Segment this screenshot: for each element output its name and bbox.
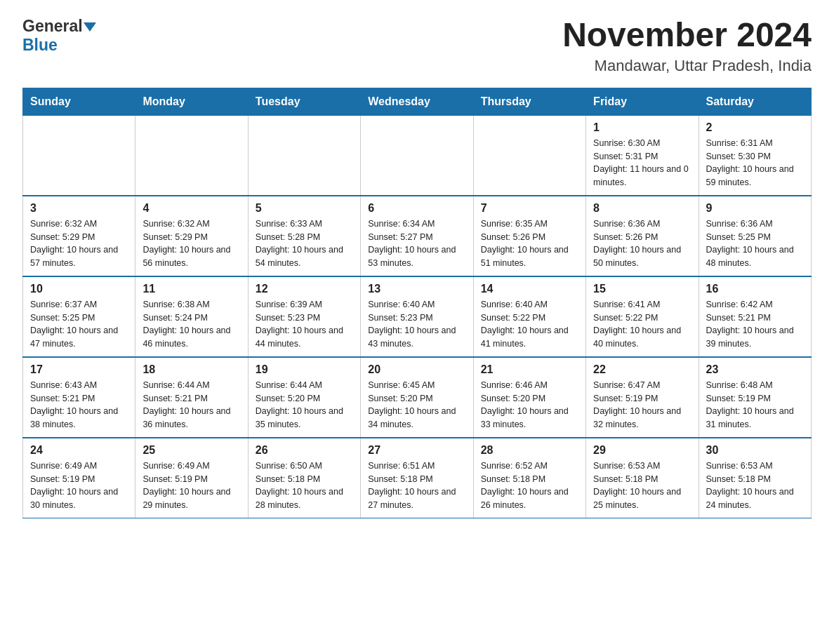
logo-blue-text: Blue [22,36,58,54]
calendar-header: Sunday Monday Tuesday Wednesday Thursday… [23,88,812,115]
day-info-24: Sunrise: 6:49 AMSunset: 5:19 PMDaylight:… [30,459,128,512]
day-number-4: 4 [143,202,240,215]
calendar-cell-w2-d4: 6Sunrise: 6:34 AMSunset: 5:27 PMDaylight… [361,196,473,276]
day-info-21: Sunrise: 6:46 AMSunset: 5:20 PMDaylight:… [481,379,578,431]
calendar-cell-w5-d3: 26Sunrise: 6:50 AMSunset: 5:18 PMDayligh… [248,438,360,518]
day-info-6: Sunrise: 6:34 AMSunset: 5:27 PMDaylight:… [368,217,465,270]
day-number-13: 13 [368,283,465,295]
header-saturday: Saturday [699,88,811,115]
day-number-2: 2 [706,121,804,134]
day-number-1: 1 [593,121,691,134]
day-info-7: Sunrise: 6:35 AMSunset: 5:26 PMDaylight:… [481,217,578,270]
day-info-2: Sunrise: 6:31 AMSunset: 5:30 PMDaylight:… [706,137,804,189]
calendar-cell-w3-d7: 16Sunrise: 6:42 AMSunset: 5:21 PMDayligh… [699,276,811,357]
day-number-10: 10 [30,283,128,295]
day-info-26: Sunrise: 6:50 AMSunset: 5:18 PMDaylight:… [256,459,353,512]
calendar-week-2: 3Sunrise: 6:32 AMSunset: 5:29 PMDaylight… [23,196,812,276]
calendar-subtitle: Mandawar, Uttar Pradesh, India [562,57,812,75]
day-info-30: Sunrise: 6:53 AMSunset: 5:18 PMDaylight:… [706,459,804,512]
page-header: General Blue November 2024 Mandawar, Utt… [22,17,812,75]
day-info-5: Sunrise: 6:33 AMSunset: 5:28 PMDaylight:… [256,217,353,270]
day-info-9: Sunrise: 6:36 AMSunset: 5:25 PMDaylight:… [706,217,804,270]
calendar-cell-w2-d2: 4Sunrise: 6:32 AMSunset: 5:29 PMDaylight… [135,196,248,276]
calendar-cell-w1-d3 [248,115,360,196]
day-info-15: Sunrise: 6:41 AMSunset: 5:22 PMDaylight:… [593,298,691,351]
calendar-cell-w5-d1: 24Sunrise: 6:49 AMSunset: 5:19 PMDayligh… [23,438,135,518]
day-number-18: 18 [143,363,240,376]
weekday-header-row: Sunday Monday Tuesday Wednesday Thursday… [23,88,812,115]
day-number-27: 27 [368,444,465,457]
calendar-cell-w4-d7: 23Sunrise: 6:48 AMSunset: 5:19 PMDayligh… [699,357,811,438]
day-number-7: 7 [481,202,578,215]
calendar-table: Sunday Monday Tuesday Wednesday Thursday… [22,88,812,518]
day-number-21: 21 [481,363,578,376]
calendar-cell-w3-d1: 10Sunrise: 6:37 AMSunset: 5:25 PMDayligh… [23,276,135,357]
day-info-11: Sunrise: 6:38 AMSunset: 5:24 PMDaylight:… [143,298,240,351]
day-info-10: Sunrise: 6:37 AMSunset: 5:25 PMDaylight:… [30,298,128,351]
day-number-15: 15 [593,283,691,295]
calendar-cell-w1-d6: 1Sunrise: 6:30 AMSunset: 5:31 PMDaylight… [586,115,699,196]
calendar-cell-w2-d3: 5Sunrise: 6:33 AMSunset: 5:28 PMDaylight… [248,196,360,276]
day-number-8: 8 [593,202,691,215]
calendar-cell-w2-d6: 8Sunrise: 6:36 AMSunset: 5:26 PMDaylight… [586,196,699,276]
day-info-1: Sunrise: 6:30 AMSunset: 5:31 PMDaylight:… [593,137,691,189]
day-number-17: 17 [30,363,128,376]
day-info-4: Sunrise: 6:32 AMSunset: 5:29 PMDaylight:… [143,217,240,270]
calendar-cell-w4-d3: 19Sunrise: 6:44 AMSunset: 5:20 PMDayligh… [248,357,360,438]
day-number-28: 28 [481,444,578,457]
day-number-5: 5 [256,202,353,215]
calendar-cell-w3-d5: 14Sunrise: 6:40 AMSunset: 5:22 PMDayligh… [473,276,585,357]
calendar-cell-w5-d6: 29Sunrise: 6:53 AMSunset: 5:18 PMDayligh… [586,438,699,518]
calendar-week-4: 17Sunrise: 6:43 AMSunset: 5:21 PMDayligh… [23,357,812,438]
day-number-24: 24 [30,444,128,457]
calendar-cell-w1-d4 [361,115,473,196]
day-number-20: 20 [368,363,465,376]
calendar-cell-w2-d1: 3Sunrise: 6:32 AMSunset: 5:29 PMDaylight… [23,196,135,276]
day-number-23: 23 [706,363,804,376]
day-number-30: 30 [706,444,804,457]
calendar-cell-w4-d4: 20Sunrise: 6:45 AMSunset: 5:20 PMDayligh… [361,357,473,438]
day-number-14: 14 [481,283,578,295]
day-info-27: Sunrise: 6:51 AMSunset: 5:18 PMDaylight:… [368,459,465,512]
header-tuesday: Tuesday [248,88,360,115]
title-block: November 2024 Mandawar, Uttar Pradesh, I… [562,17,812,75]
day-number-25: 25 [143,444,240,457]
header-wednesday: Wednesday [361,88,473,115]
day-info-19: Sunrise: 6:44 AMSunset: 5:20 PMDaylight:… [256,379,353,431]
day-number-6: 6 [368,202,465,215]
header-friday: Friday [586,88,699,115]
calendar-cell-w4-d2: 18Sunrise: 6:44 AMSunset: 5:21 PMDayligh… [135,357,248,438]
day-number-9: 9 [706,202,804,215]
day-info-23: Sunrise: 6:48 AMSunset: 5:19 PMDaylight:… [706,379,804,431]
header-sunday: Sunday [23,88,135,115]
calendar-cell-w5-d7: 30Sunrise: 6:53 AMSunset: 5:18 PMDayligh… [699,438,811,518]
day-info-12: Sunrise: 6:39 AMSunset: 5:23 PMDaylight:… [256,298,353,351]
calendar-body: 1Sunrise: 6:30 AMSunset: 5:31 PMDaylight… [23,115,812,518]
calendar-cell-w3-d6: 15Sunrise: 6:41 AMSunset: 5:22 PMDayligh… [586,276,699,357]
calendar-cell-w3-d2: 11Sunrise: 6:38 AMSunset: 5:24 PMDayligh… [135,276,248,357]
logo-general-text: General [22,17,83,36]
calendar-cell-w1-d7: 2Sunrise: 6:31 AMSunset: 5:30 PMDaylight… [699,115,811,196]
calendar-cell-w2-d7: 9Sunrise: 6:36 AMSunset: 5:25 PMDaylight… [699,196,811,276]
header-thursday: Thursday [473,88,585,115]
calendar-cell-w1-d1 [23,115,135,196]
calendar-title: November 2024 [562,17,812,54]
calendar-cell-w3-d3: 12Sunrise: 6:39 AMSunset: 5:23 PMDayligh… [248,276,360,357]
day-info-20: Sunrise: 6:45 AMSunset: 5:20 PMDaylight:… [368,379,465,431]
calendar-cell-w4-d1: 17Sunrise: 6:43 AMSunset: 5:21 PMDayligh… [23,357,135,438]
day-number-11: 11 [143,283,240,295]
calendar-cell-w1-d2 [135,115,248,196]
logo: General Blue [22,17,96,55]
calendar-cell-w5-d5: 28Sunrise: 6:52 AMSunset: 5:18 PMDayligh… [473,438,585,518]
day-number-26: 26 [256,444,353,457]
day-number-29: 29 [593,444,691,457]
calendar-cell-w5-d4: 27Sunrise: 6:51 AMSunset: 5:18 PMDayligh… [361,438,473,518]
day-info-25: Sunrise: 6:49 AMSunset: 5:19 PMDaylight:… [143,459,240,512]
day-number-16: 16 [706,283,804,295]
day-info-14: Sunrise: 6:40 AMSunset: 5:22 PMDaylight:… [481,298,578,351]
day-number-22: 22 [593,363,691,376]
calendar-cell-w3-d4: 13Sunrise: 6:40 AMSunset: 5:23 PMDayligh… [361,276,473,357]
day-number-19: 19 [256,363,353,376]
calendar-cell-w4-d6: 22Sunrise: 6:47 AMSunset: 5:19 PMDayligh… [586,357,699,438]
logo-triangle-icon [84,22,96,32]
